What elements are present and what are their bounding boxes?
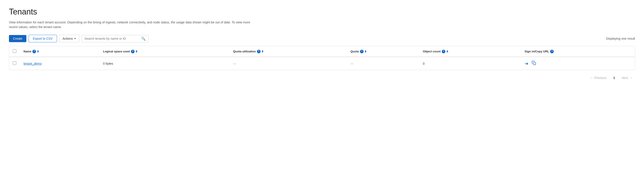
- sort-down-icon: [446, 52, 448, 53]
- tenants-table-container: Name ? Logical space used ?: [9, 46, 635, 70]
- display-count: Displaying one result: [606, 37, 635, 40]
- tenants-table: Name ? Logical space used ?: [9, 46, 635, 70]
- previous-label: Previous: [594, 76, 606, 80]
- quota-sort[interactable]: [365, 50, 366, 53]
- sort-up-icon: [365, 50, 366, 51]
- search-box: 🔍: [82, 35, 148, 42]
- row-name-cell: tenant_demo: [20, 57, 100, 70]
- sort-up-icon: [37, 50, 39, 51]
- page-description: View information for each tenant account…: [9, 20, 255, 29]
- row-quota-util-cell: —: [230, 57, 347, 70]
- sort-down-icon: [37, 52, 39, 53]
- row-quota-cell: —: [347, 57, 419, 70]
- tenant-name-link[interactable]: tenant_demo: [24, 62, 42, 65]
- sort-up-icon: [446, 50, 448, 51]
- table-header-row: Name ? Logical space used ?: [9, 46, 635, 57]
- row-checkbox[interactable]: [13, 61, 16, 65]
- sort-up-icon: [262, 50, 264, 51]
- sort-down-icon: [365, 52, 366, 53]
- current-page: 1: [611, 75, 617, 81]
- svg-rect-0: [533, 62, 536, 65]
- row-actions-cell: ➔: [521, 57, 635, 70]
- logical-space-help-icon[interactable]: ?: [131, 50, 134, 53]
- header-sign-in-copy: Sign in/Copy URL ?: [521, 46, 635, 57]
- arrow-right-icon: →: [629, 76, 633, 80]
- quota-util-help-icon[interactable]: ?: [257, 50, 260, 53]
- object-count-sort[interactable]: [446, 50, 448, 53]
- row-quota: —: [350, 62, 354, 65]
- row-quota-util: —: [233, 62, 236, 65]
- copy-url-icon[interactable]: [532, 61, 536, 66]
- row-logical-space-cell: 0 bytes: [100, 57, 230, 70]
- header-object-count: Object count ?: [419, 46, 521, 57]
- search-icon: 🔍: [141, 37, 146, 41]
- actions-button[interactable]: Actions: [59, 35, 79, 42]
- arrow-left-icon: ←: [590, 76, 593, 80]
- sort-down-icon: [262, 52, 264, 53]
- name-help-icon[interactable]: ?: [32, 50, 36, 53]
- row-object-count: 0: [423, 62, 424, 65]
- header-quota-utilization: Quota utilization ?: [230, 46, 347, 57]
- page-title: Tenants: [9, 7, 635, 16]
- row-action-icons: ➔: [525, 61, 632, 66]
- quota-util-sort[interactable]: [262, 50, 264, 53]
- header-name: Name ?: [20, 46, 100, 57]
- table-row: tenant_demo 0 bytes — — 0 ➔: [9, 57, 635, 70]
- header-checkbox-col: [9, 46, 20, 57]
- search-input[interactable]: [84, 37, 140, 40]
- previous-button[interactable]: ← Previous: [588, 75, 609, 81]
- sign-in-help-icon[interactable]: ?: [550, 50, 554, 53]
- toolbar: Create Export to CSV Actions 🔍 Displayin…: [9, 35, 635, 42]
- actions-label: Actions: [62, 37, 73, 40]
- header-logical-space: Logical space used ?: [100, 46, 230, 57]
- sort-up-icon: [136, 50, 138, 51]
- create-button[interactable]: Create: [9, 35, 26, 42]
- logical-space-sort[interactable]: [136, 50, 138, 53]
- header-quota: Quota ?: [347, 46, 419, 57]
- sign-in-icon[interactable]: ➔: [525, 61, 528, 66]
- row-logical-space: 0 bytes: [103, 62, 113, 65]
- export-csv-button[interactable]: Export to CSV: [28, 35, 57, 42]
- row-object-count-cell: 0: [419, 57, 521, 70]
- select-all-checkbox[interactable]: [13, 49, 16, 53]
- next-button[interactable]: Next →: [620, 75, 635, 81]
- chevron-down-icon: [74, 38, 76, 39]
- quota-help-icon[interactable]: ?: [360, 50, 364, 53]
- object-count-help-icon[interactable]: ?: [442, 50, 445, 53]
- name-sort[interactable]: [37, 50, 39, 53]
- next-label: Next: [622, 76, 628, 80]
- sort-down-icon: [136, 52, 138, 53]
- row-checkbox-cell: [9, 57, 20, 70]
- pagination: ← Previous 1 Next →: [9, 75, 635, 81]
